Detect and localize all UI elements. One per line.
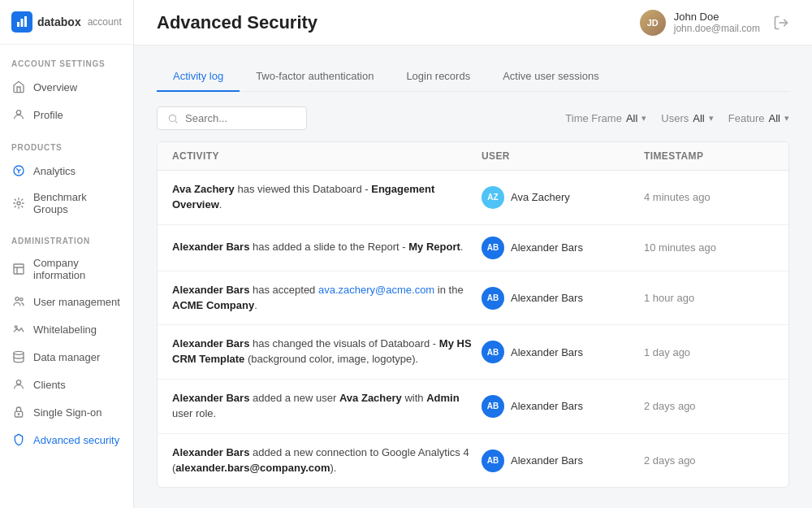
timestamp: 1 day ago	[644, 346, 774, 358]
time-frame-filter[interactable]: Time Frame All ▾	[565, 112, 646, 124]
sidebar-item-clients[interactable]: Clients	[0, 371, 133, 398]
sidebar-label-clients: Clients	[33, 379, 66, 391]
col-activity: Activity	[172, 150, 482, 162]
svg-rect-1	[21, 19, 24, 27]
time-frame-label: Time Frame	[565, 112, 622, 124]
sidebar-item-benchmark[interactable]: Benchmark Groups	[0, 185, 133, 222]
avatar: JD	[640, 10, 666, 36]
data-icon	[11, 350, 26, 364]
table-row: Alexander Bars has added a slide to the …	[158, 225, 788, 271]
logo-icon	[11, 11, 32, 33]
sidebar-item-user-mgmt[interactable]: User management	[0, 288, 133, 315]
page-title: Advanced Security	[157, 12, 317, 33]
tab-two-factor[interactable]: Two-factor authentication	[240, 62, 390, 92]
filters-row: Time Frame All ▾ Users All ▾ Feature All…	[157, 106, 789, 130]
user-badge: AB	[482, 449, 504, 472]
analytics-icon	[11, 163, 26, 178]
svg-point-8	[20, 298, 23, 301]
sidebar-item-whitelabeling[interactable]: Whitelabeling	[0, 315, 133, 343]
tab-login-records[interactable]: Login records	[390, 62, 486, 92]
user-cell-name: Alexander Bars	[511, 454, 583, 467]
tab-active-sessions[interactable]: Active user sessions	[486, 62, 615, 92]
users-arrow: ▾	[709, 113, 714, 124]
sidebar-label-whitelabeling: Whitelabeling	[33, 323, 97, 336]
col-timestamp: Timestamp	[644, 150, 774, 162]
shield-icon	[11, 432, 26, 447]
user-badge: AB	[482, 395, 504, 418]
company-icon	[11, 262, 26, 276]
svg-point-10	[14, 351, 24, 354]
sidebar-label-profile: Profile	[33, 109, 63, 121]
sidebar-item-analytics[interactable]: Analytics	[0, 157, 133, 185]
sidebar-item-sso[interactable]: Single Sign-on	[0, 398, 133, 426]
feature-value: All	[769, 112, 780, 124]
user-cell: AB Alexander Bars	[482, 287, 644, 310]
users-filter[interactable]: Users All ▾	[661, 112, 713, 124]
feature-filter[interactable]: Feature All ▾	[728, 112, 789, 124]
sidebar-item-company[interactable]: Company information	[0, 250, 133, 288]
clients-icon	[11, 377, 26, 392]
search-box[interactable]	[157, 106, 307, 130]
svg-point-7	[15, 297, 19, 301]
col-user: User	[482, 150, 644, 162]
activity-cell: Alexander Bars added a new user Ava Zach…	[172, 391, 482, 422]
svg-point-3	[16, 111, 20, 115]
user-cell-name: Alexander Bars	[511, 346, 583, 358]
sidebar-label-benchmark: Benchmark Groups	[33, 191, 122, 215]
sidebar-label-data-manager: Data manager	[33, 351, 100, 363]
sidebar-label-analytics: Analytics	[33, 165, 76, 177]
feature-label: Feature	[728, 112, 765, 124]
time-frame-value: All	[626, 112, 637, 124]
sidebar-item-advanced-security[interactable]: Advanced security	[0, 426, 133, 454]
timestamp: 4 minutes ago	[644, 191, 774, 203]
activity-table: Activity User Timestamp Ava Zachery has …	[157, 141, 789, 488]
svg-point-5	[17, 202, 20, 205]
user-cell-name: Ava Zachery	[511, 191, 570, 203]
home-icon	[11, 80, 26, 94]
tab-bar: Activity log Two-factor authentication L…	[157, 62, 789, 92]
svg-point-9	[15, 326, 17, 328]
whitelabel-icon	[11, 322, 26, 336]
sidebar-item-overview[interactable]: Overview	[0, 73, 133, 101]
tab-activity-log[interactable]: Activity log	[157, 62, 240, 92]
svg-rect-6	[14, 264, 24, 274]
user-cell: AZ Ava Zachery	[482, 186, 644, 209]
products-label: PRODUCTS	[0, 128, 133, 157]
user-info: JD John Doe john.doe@mail.com	[640, 10, 789, 36]
user-cell-name: Alexander Bars	[511, 400, 583, 412]
sidebar-label-advanced-security: Advanced security	[33, 434, 119, 446]
logo: databox account	[0, 0, 133, 45]
activity-cell: Alexander Bars has changed the visuals o…	[172, 336, 482, 367]
activity-cell: Alexander Bars has accepted ava.zachery@…	[172, 283, 482, 314]
page-header: Advanced Security JD John Doe john.doe@m…	[134, 0, 812, 46]
svg-point-11	[16, 380, 20, 384]
svg-rect-0	[17, 22, 19, 27]
sidebar-item-data-manager[interactable]: Data manager	[0, 343, 133, 371]
logo-text: databox	[37, 15, 81, 28]
sidebar-label-overview: Overview	[33, 81, 77, 93]
search-icon	[167, 113, 179, 124]
logout-icon[interactable]	[773, 15, 789, 31]
time-frame-arrow: ▾	[641, 113, 646, 124]
user-cell-name: Alexander Bars	[511, 241, 583, 254]
table-row: Alexander Bars has accepted ava.zachery@…	[158, 271, 788, 326]
sidebar: databox account ACCOUNT SETTINGS Overvie…	[0, 0, 134, 508]
search-input[interactable]	[185, 112, 296, 124]
person-icon	[11, 107, 26, 122]
timestamp: 2 days ago	[644, 400, 774, 412]
timestamp: 10 minutes ago	[644, 241, 774, 254]
sidebar-item-profile[interactable]: Profile	[0, 101, 133, 128]
benchmark-icon	[11, 196, 26, 211]
user-badge: AB	[482, 237, 504, 259]
user-details: John Doe john.doe@mail.com	[674, 11, 760, 34]
user-name: John Doe	[674, 11, 760, 23]
administration-label: ADMINISTRATION	[0, 222, 133, 250]
svg-point-15	[169, 115, 175, 121]
account-settings-label: ACCOUNT SETTINGS	[0, 45, 133, 73]
content-area: Activity log Two-factor authentication L…	[134, 46, 812, 508]
logo-sub: account	[88, 16, 122, 28]
user-badge: AZ	[482, 186, 504, 209]
timestamp: 2 days ago	[644, 454, 774, 467]
sidebar-label-company: Company information	[33, 257, 122, 281]
user-badge: AB	[482, 341, 504, 363]
